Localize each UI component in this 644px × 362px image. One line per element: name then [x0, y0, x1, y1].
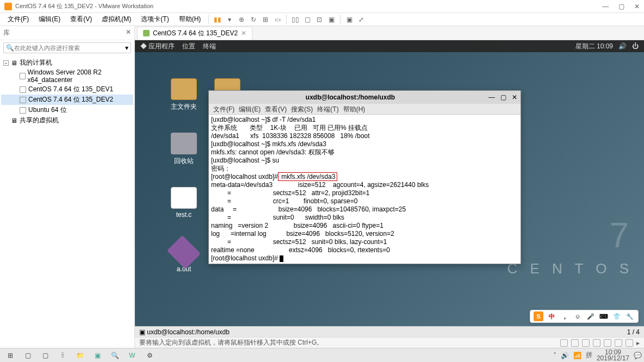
menu-file[interactable]: 文件(F) — [3, 14, 33, 25]
maximize-button[interactable]: ▢ — [618, 3, 624, 10]
dev-sound-icon[interactable] — [604, 339, 611, 347]
tree-vm-selected[interactable]: CentOS 7.4 64 位 135_DEV2 — [1, 95, 133, 105]
search-input[interactable]: 🔍 ▾ — [3, 42, 131, 53]
guest-task-title[interactable]: ▣ uxdb@localhost:/home/uxdb — [139, 328, 230, 336]
window-title: CentOS 7.4 64 位 135_DEV2 - VMware Workst… — [15, 2, 602, 10]
menu-vm[interactable]: 虚拟机(M) — [97, 14, 135, 25]
term-menu-file[interactable]: 文件(F) — [213, 105, 234, 113]
library-sidebar: 库✕ 🔍 ▾ −🖥 我的计算机 Windows Server 2008 R2 x… — [0, 26, 135, 348]
centos-wordmark: C E N T O S — [507, 260, 633, 277]
windows-taskbar[interactable]: ⊞ ▢ ▢ ⦙⦙ 📁 ▣ 🔍 W ⚙ ˄ 🔊 📶 拼 10:09 2019/12… — [0, 348, 644, 362]
fullscreen-icon[interactable]: ▣ — [344, 14, 355, 25]
layout3-icon[interactable]: ⊡ — [314, 14, 325, 25]
gnome-clock[interactable]: 星期二 10:09 — [575, 42, 613, 51]
tab-close-icon[interactable]: ✕ — [241, 29, 246, 37]
task-item[interactable]: ▢ — [37, 349, 53, 361]
term-close-button[interactable]: ✕ — [512, 93, 517, 101]
menu-view[interactable]: 查看(V) — [66, 14, 96, 25]
tray-notif-icon[interactable]: 💬 — [634, 352, 642, 359]
menu-help[interactable]: 帮助(H) — [175, 14, 206, 25]
guest-task-pager[interactable]: 1 / 4 — [627, 328, 640, 336]
dropdown-icon[interactable]: ▾ — [224, 14, 235, 25]
term-menu-search[interactable]: 搜索(S) — [291, 105, 313, 113]
close-panel-icon[interactable]: ✕ — [126, 28, 131, 38]
taskbar-clock[interactable]: 10:09 2019/12/17 — [597, 349, 629, 361]
guest-desktop[interactable]: ◆ 应用程序 位置 终端 星期二 10:09 🔊 ⏻ 主文件夹 回收站 test… — [135, 40, 644, 326]
screenshot-icon[interactable]: ▭ — [272, 14, 283, 25]
task-item[interactable]: ▢ — [20, 349, 36, 361]
status-text: 要将输入定向到该虚拟机，请将鼠标指针移入其中或按 Ctrl+G。 — [139, 338, 323, 347]
gnome-places[interactable]: 位置 — [182, 42, 195, 51]
home-folder-icon[interactable]: 主文件夹 — [168, 78, 200, 111]
volume-icon[interactable]: 🔊 — [618, 42, 627, 50]
snapshot-icon[interactable]: ⊕ — [236, 14, 247, 25]
ime-face-icon[interactable]: ☺ — [573, 311, 583, 321]
dev-hdd-icon[interactable] — [560, 339, 568, 347]
tray-wifi-icon[interactable]: 📶 — [573, 352, 581, 359]
task-item[interactable]: 📁 — [72, 349, 88, 361]
unity-icon[interactable]: ⤢ — [356, 14, 367, 25]
close-button[interactable]: ✕ — [634, 3, 640, 10]
menu-edit[interactable]: 编辑(E) — [34, 14, 65, 25]
gnome-apps[interactable]: ◆ 应用程序 — [140, 42, 175, 51]
minimize-button[interactable]: — — [602, 3, 609, 10]
power-icon[interactable]: ⏻ — [632, 42, 639, 50]
term-max-button[interactable]: ▢ — [500, 93, 506, 101]
tree-vm[interactable]: CentOS 7.4 64 位 135_DEV1 — [1, 84, 133, 95]
trash-icon[interactable]: 回收站 — [168, 133, 200, 166]
term-menu-edit[interactable]: 编辑(E) — [239, 105, 261, 113]
term-menu-help[interactable]: 帮助(H) — [343, 105, 366, 113]
ime-kbd-icon[interactable]: ⌨ — [599, 311, 609, 321]
dev-cd-icon[interactable] — [571, 339, 579, 347]
layout4-icon[interactable]: ▣ — [326, 14, 337, 25]
dev-net-icon[interactable] — [582, 339, 590, 347]
search-icon: 🔍 — [6, 44, 14, 52]
expand-icon[interactable]: ▸ — [636, 339, 640, 347]
ime-toolbar[interactable]: S 中 ， ☺ 🎤 ⌨ 👕 🔧 — [530, 310, 639, 323]
menu-tabs[interactable]: 选项卡(T) — [137, 14, 173, 25]
gnome-terminal[interactable]: 终端 — [203, 42, 216, 51]
vm-tab[interactable]: CentOS 7.4 64 位 135_DEV2 ✕ — [137, 27, 252, 40]
task-item[interactable]: ⦙⦙ — [54, 349, 71, 361]
terminal-title: uxdb@localhost:/home/uxdb — [212, 93, 488, 101]
term-min-button[interactable]: — — [488, 93, 495, 101]
terminal-window[interactable]: uxdb@localhost:/home/uxdb — ▢ ✕ 文件(F) 编辑… — [208, 90, 521, 264]
layout2-icon[interactable]: ▢ — [302, 14, 313, 25]
layout1-icon[interactable]: ▯▯ — [290, 14, 301, 25]
tree-vm[interactable]: Ubuntu 64 位 — [1, 105, 133, 115]
centos-7-logo: 7 — [609, 215, 629, 255]
highlighted-command: mkfs.xfs /dev/sda3 — [278, 172, 337, 181]
ime-skin-icon[interactable]: 👕 — [612, 311, 622, 321]
dev-display-icon[interactable] — [626, 339, 633, 347]
terminal-cursor — [280, 255, 283, 262]
start-button[interactable]: ⊞ — [2, 349, 18, 361]
pause-icon[interactable]: ▮▮ — [212, 14, 223, 25]
dropdown-icon[interactable]: ▾ — [125, 44, 128, 52]
file-testc-icon[interactable]: test.c — [168, 187, 200, 219]
terminal-body[interactable]: [uxdb@localhost ~]$ df -T /dev/sda1 文件系统… — [209, 115, 521, 264]
library-header: 库 — [3, 28, 10, 38]
ime-tool-icon[interactable]: 🔧 — [625, 311, 635, 321]
manage-icon[interactable]: ⊞ — [260, 14, 271, 25]
dev-printer-icon[interactable] — [615, 339, 622, 347]
ime-punct-icon[interactable]: ， — [560, 311, 569, 321]
revert-icon[interactable]: ↻ — [248, 14, 259, 25]
tree-shared[interactable]: 🖥 共享的虚拟机 — [1, 115, 133, 126]
ime-zhong-icon[interactable]: 中 — [547, 311, 556, 321]
task-item[interactable]: W — [124, 349, 140, 361]
term-menu-view[interactable]: 查看(V) — [265, 105, 287, 113]
task-item[interactable]: ▣ — [89, 349, 106, 361]
tray-ime-icon[interactable]: 拼 — [586, 351, 592, 360]
dev-usb-icon[interactable] — [593, 339, 600, 347]
term-menu-terminal[interactable]: 终端(T) — [317, 105, 338, 113]
tree-root[interactable]: −🖥 我的计算机 — [1, 58, 133, 68]
task-item[interactable]: ⚙ — [141, 349, 158, 361]
tree-vm[interactable]: Windows Server 2008 R2 x64_datacenter — [1, 68, 133, 84]
search-field[interactable] — [14, 45, 125, 51]
ime-mic-icon[interactable]: 🎤 — [586, 311, 596, 321]
tray-up-icon[interactable]: ˄ — [553, 352, 556, 359]
tray-net-icon[interactable]: 🔊 — [561, 352, 569, 359]
task-item[interactable]: 🔍 — [107, 349, 123, 361]
ime-s-icon[interactable]: S — [534, 311, 543, 321]
file-aout-icon[interactable]: a.out — [168, 241, 200, 273]
